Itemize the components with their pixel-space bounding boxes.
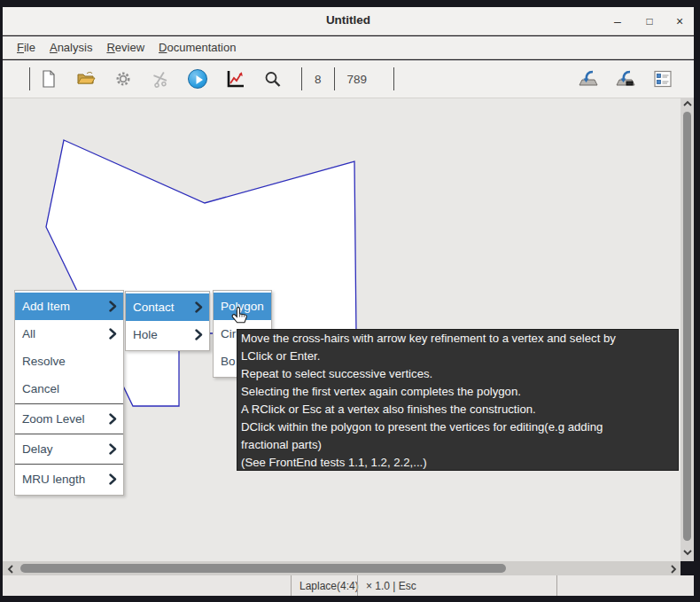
status-cell-empty bbox=[3, 575, 291, 596]
cut-scissors-icon[interactable] bbox=[149, 67, 172, 90]
toolbar-separator bbox=[29, 67, 30, 90]
menu-separator bbox=[15, 464, 123, 465]
menu-documentation[interactable]: Documentation bbox=[152, 38, 243, 57]
submenu-arrow-icon bbox=[109, 443, 117, 455]
menu-item-add-item[interactable]: Add Item bbox=[15, 293, 123, 320]
vertical-scroll-thumb[interactable] bbox=[683, 112, 691, 541]
scroll-up-icon[interactable] bbox=[683, 100, 692, 107]
menu-separator bbox=[15, 403, 123, 404]
status-zoom-label: × 1.0 | Esc bbox=[357, 575, 556, 596]
status-material-label: Laplace(4:4) bbox=[291, 575, 357, 596]
toolbar: 8 789 bbox=[3, 60, 694, 98]
submenu-arrow-icon bbox=[195, 301, 203, 313]
add-item-submenu: Contact Hole bbox=[125, 291, 210, 351]
results-chart-icon[interactable] bbox=[223, 67, 246, 90]
settings-gear-icon[interactable] bbox=[112, 67, 135, 90]
submenu-arrow-icon bbox=[109, 301, 117, 312]
grid-value-field[interactable]: 8 bbox=[315, 73, 322, 86]
open-folder-icon[interactable] bbox=[74, 67, 97, 90]
scroll-down-icon[interactable] bbox=[683, 549, 692, 556]
scroll-left-icon[interactable] bbox=[7, 565, 14, 574]
menu-item-all[interactable]: All bbox=[15, 320, 123, 348]
menu-item-mru-length[interactable]: MRU length bbox=[15, 465, 123, 493]
status-cell-empty bbox=[556, 575, 694, 596]
close-button[interactable]: × bbox=[670, 12, 689, 31]
hand-cursor-icon bbox=[231, 307, 248, 327]
menu-item-resolve[interactable]: Resolve bbox=[15, 348, 123, 375]
menu-item-delay[interactable]: Delay bbox=[15, 435, 123, 463]
horizontal-scroll-thumb[interactable] bbox=[20, 564, 506, 573]
toolbar-separator bbox=[334, 67, 335, 90]
menu-item-cancel[interactable]: Cancel bbox=[15, 375, 123, 403]
submenu-arrow-icon bbox=[109, 413, 117, 425]
toolbar-separator bbox=[301, 67, 302, 90]
zoom-search-icon[interactable] bbox=[261, 67, 284, 90]
form-editor-icon[interactable] bbox=[651, 67, 674, 90]
size-value-field[interactable]: 789 bbox=[347, 73, 368, 86]
menu-bar: File Analysis Review Documentation bbox=[3, 36, 694, 59]
import-structure-icon[interactable] bbox=[577, 67, 600, 90]
submenu-arrow-icon bbox=[195, 329, 203, 340]
tooltip-line: Selecting the first vertex again complet… bbox=[241, 383, 674, 401]
run-play-icon[interactable] bbox=[186, 67, 209, 90]
tooltip-line: DClick within the polygon to present the… bbox=[241, 418, 674, 436]
context-menu: Add Item All Resolve Cancel Zoom Level D… bbox=[14, 290, 124, 496]
tooltip-line: Repeat to select successive vertices. bbox=[241, 365, 674, 383]
menu-item-zoom-level[interactable]: Zoom Level bbox=[15, 405, 123, 433]
maximize-button[interactable]: □ bbox=[640, 12, 659, 31]
toolbar-separator bbox=[393, 67, 394, 90]
scroll-right-icon[interactable] bbox=[670, 565, 677, 574]
minimize-button[interactable]: – bbox=[608, 12, 627, 31]
app-window: Untitled – □ × File Analysis Review Docu… bbox=[0, 0, 700, 602]
tooltip-line: (See FrontEnd tests 1.1, 1.2, 2.2,...) bbox=[241, 454, 674, 471]
tooltip-line: Move the cross-hairs with arrow key refi… bbox=[241, 330, 674, 348]
title-bar: Untitled – □ × bbox=[3, 7, 694, 35]
new-document-icon[interactable] bbox=[37, 67, 60, 90]
submenu-arrow-icon bbox=[109, 328, 117, 340]
menu-file[interactable]: File bbox=[10, 38, 43, 57]
polygon-help-tooltip: Move the cross-hairs with arrow key refi… bbox=[237, 329, 679, 471]
status-bar: Laplace(4:4) × 1.0 | Esc bbox=[3, 575, 694, 596]
import-structure-alt-icon[interactable] bbox=[614, 67, 637, 90]
tooltip-line: fractional parts) bbox=[241, 436, 674, 454]
window-title: Untitled bbox=[3, 13, 694, 27]
menu-item-contact[interactable]: Contact bbox=[126, 293, 209, 321]
tooltip-line: A RClick or Esc at a vertex also finishe… bbox=[241, 401, 674, 418]
tooltip-line: LClick or Enter. bbox=[241, 348, 674, 365]
horizontal-scrollbar[interactable] bbox=[3, 561, 681, 575]
vertical-scrollbar[interactable] bbox=[681, 98, 694, 561]
menu-separator bbox=[15, 434, 123, 434]
menu-analysis[interactable]: Analysis bbox=[43, 38, 99, 57]
menu-item-hole[interactable]: Hole bbox=[126, 321, 209, 348]
menu-review[interactable]: Review bbox=[99, 38, 152, 57]
submenu-arrow-icon bbox=[109, 473, 117, 485]
